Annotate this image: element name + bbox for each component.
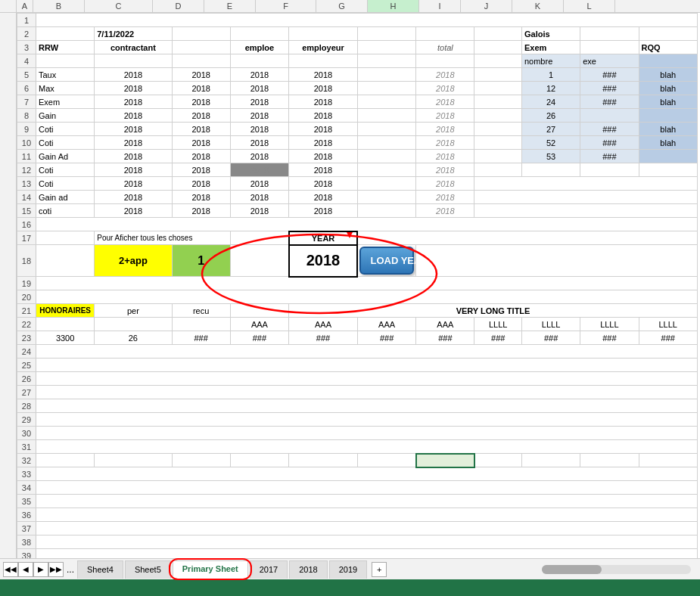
cell-k8[interactable] <box>580 109 639 123</box>
cell-d12[interactable]: 2018 <box>172 163 230 177</box>
cell-c7[interactable]: 2018 <box>95 95 172 109</box>
cell-l22[interactable]: LLLL <box>639 318 698 331</box>
cell-g2[interactable] <box>357 27 415 41</box>
tab-sheet4[interactable]: Sheet4 <box>77 560 123 579</box>
load-year-button[interactable]: LOAD YEAR <box>359 247 414 275</box>
cell-g32[interactable] <box>357 454 415 467</box>
cell-h5[interactable]: 2018 <box>416 68 474 82</box>
cell-h12[interactable]: 2018 <box>416 163 474 177</box>
cell-g9[interactable] <box>357 123 415 136</box>
cell-k9[interactable]: ### <box>580 123 639 136</box>
cell-g22[interactable]: AAA <box>357 318 415 331</box>
cell-e15[interactable]: 2018 <box>230 204 288 218</box>
cell-h32-selected[interactable] <box>416 454 474 467</box>
cell-g23[interactable]: ### <box>357 331 415 345</box>
cell-f4[interactable] <box>289 54 358 68</box>
cell-e2[interactable] <box>230 27 288 41</box>
cell-k7[interactable]: ### <box>580 95 639 109</box>
cell-g7[interactable] <box>357 95 415 109</box>
cell-g18[interactable]: LOAD YEAR <box>357 245 415 277</box>
cell-f22[interactable]: AAA <box>289 318 358 331</box>
cell-c32[interactable] <box>95 454 172 467</box>
cell-b4[interactable] <box>36 54 94 68</box>
cell-f10[interactable]: 2018 <box>289 136 358 150</box>
cell-f14[interactable]: 2018 <box>289 191 358 204</box>
cell-e6[interactable]: 2018 <box>230 82 288 95</box>
cell-d23[interactable]: ### <box>172 331 230 345</box>
cell-h8[interactable]: 2018 <box>416 109 474 123</box>
cell-i23[interactable]: ### <box>474 331 521 345</box>
cell-e8[interactable]: 2018 <box>230 109 288 123</box>
cell-c10[interactable]: 2018 <box>95 136 172 150</box>
cell-j5[interactable]: 1 <box>521 68 580 82</box>
tab-scrollbar-thumb[interactable] <box>542 565 602 574</box>
cell-l3[interactable]: RQQ <box>639 41 698 54</box>
cell-e13[interactable]: 2018 <box>230 177 288 191</box>
cell-i6[interactable] <box>474 82 521 95</box>
cell-h18-on[interactable] <box>416 245 698 277</box>
cell-f18-year[interactable]: 2018 <box>289 245 358 277</box>
cell-e10[interactable]: 2018 <box>230 136 288 150</box>
cell-f11[interactable]: 2018 <box>289 150 358 163</box>
cell-j32[interactable] <box>521 454 580 467</box>
tab-sheet5[interactable]: Sheet5 <box>125 560 171 579</box>
cell-c2[interactable]: 7/11/2022 <box>95 27 172 41</box>
cell-i5[interactable] <box>474 68 521 82</box>
cell-d8[interactable]: 2018 <box>172 109 230 123</box>
cell-l11[interactable] <box>639 150 698 163</box>
cell-b6[interactable]: Max <box>36 82 94 95</box>
cell-h3[interactable]: total <box>416 41 474 54</box>
cell-k22[interactable]: LLLL <box>580 318 639 331</box>
cell-i7[interactable] <box>474 95 521 109</box>
cell-h6[interactable]: 2018 <box>416 82 474 95</box>
cell-k10[interactable]: ### <box>580 136 639 150</box>
cell-j22[interactable]: LLLL <box>521 318 580 331</box>
cell-g8[interactable] <box>357 109 415 123</box>
cell-l10[interactable]: blah <box>639 136 698 150</box>
cell-f7[interactable]: 2018 <box>289 95 358 109</box>
cell-e7[interactable]: 2018 <box>230 95 288 109</box>
cell-j8[interactable]: 26 <box>521 109 580 123</box>
tab-2017[interactable]: 2017 <box>250 560 288 579</box>
cell-l2[interactable] <box>639 27 698 41</box>
cell-c12[interactable]: 2018 <box>95 163 172 177</box>
cell-c13[interactable]: 2018 <box>95 177 172 191</box>
cell-r1[interactable] <box>36 14 697 27</box>
cell-d7[interactable]: 2018 <box>172 95 230 109</box>
cell-b12[interactable]: Coti <box>36 163 94 177</box>
cell-c18[interactable]: 2+app <box>95 245 172 277</box>
cell-k6[interactable]: ### <box>580 82 639 95</box>
cell-b13[interactable]: Coti <box>36 177 94 191</box>
cell-d15[interactable]: 2018 <box>172 204 230 218</box>
cell-f8[interactable]: 2018 <box>289 109 358 123</box>
cell-d4[interactable] <box>172 54 230 68</box>
cell-c22[interactable] <box>95 318 172 331</box>
cell-d14[interactable]: 2018 <box>172 191 230 204</box>
cell-c8[interactable]: 2018 <box>95 109 172 123</box>
cell-l23[interactable]: ### <box>639 331 698 345</box>
cell-i9[interactable] <box>474 123 521 136</box>
cell-j7[interactable]: 24 <box>521 95 580 109</box>
cell-e23[interactable]: ### <box>230 331 288 345</box>
cell-d3[interactable] <box>172 41 230 54</box>
cell-k11[interactable]: ### <box>580 150 639 163</box>
cell-l6[interactable]: blah <box>639 82 698 95</box>
cell-d5[interactable]: 2018 <box>172 68 230 82</box>
cell-k2[interactable] <box>580 27 639 41</box>
cell-b3[interactable]: RRW <box>36 41 94 54</box>
cell-h10[interactable]: 2018 <box>416 136 474 150</box>
tab-scrollbar[interactable] <box>542 565 691 574</box>
cell-i3[interactable] <box>474 41 521 54</box>
cell-b18[interactable] <box>36 245 94 277</box>
cell-j11[interactable]: 53 <box>521 150 580 163</box>
cell-d6[interactable]: 2018 <box>172 82 230 95</box>
cell-d13[interactable]: 2018 <box>172 177 230 191</box>
cell-d32[interactable] <box>172 454 230 467</box>
cell-e12[interactable]: 2018 <box>230 163 288 177</box>
cell-h7[interactable]: 2018 <box>416 95 474 109</box>
cell-f12[interactable]: 2018 <box>289 163 358 177</box>
cell-g13[interactable] <box>357 177 415 191</box>
cell-b15[interactable]: coti <box>36 204 94 218</box>
cell-c3[interactable]: contractant <box>95 41 172 54</box>
cell-i11[interactable] <box>474 150 521 163</box>
